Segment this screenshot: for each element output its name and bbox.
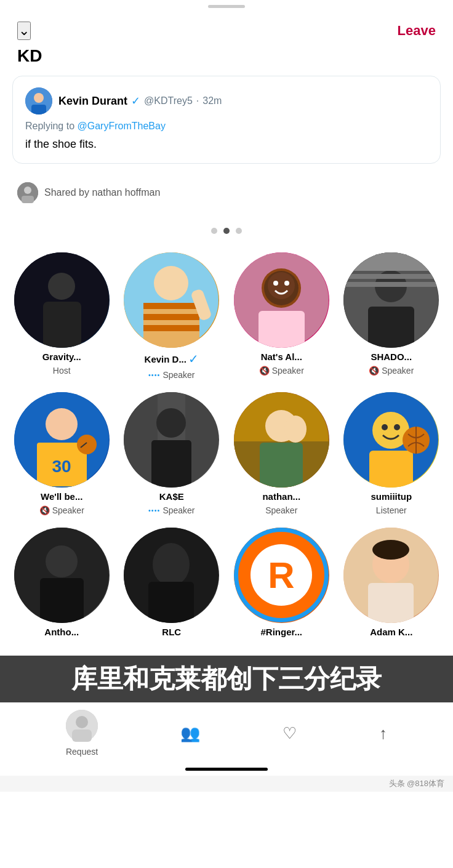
speaker-role-shado: 🔇 Speaker [369, 366, 414, 376]
tweet-card: Kevin Durant ✓ @KDTrey5 · 32m Replying t… [12, 76, 441, 164]
cloud-badge-antho: ☁ [94, 612, 110, 623]
svg-point-21 [273, 281, 278, 286]
leave-button[interactable]: Leave [398, 23, 436, 39]
svg-rect-58 [148, 582, 194, 623]
svg-rect-55 [40, 578, 84, 623]
speaker-avatar-ringer: R ☁ [234, 528, 329, 623]
svg-rect-44 [260, 443, 303, 488]
speaker-name-nats: Nat's Al... [261, 352, 302, 362]
speaker-role-nathan: Speaker [265, 505, 297, 515]
svg-point-49 [394, 424, 400, 430]
heart-button[interactable]: ♡ [283, 724, 297, 743]
heart-icon: ♡ [283, 724, 297, 743]
svg-rect-27 [343, 252, 439, 271]
action-bar: Request 👥 ♡ ↑ [0, 702, 453, 764]
tweet-user-avatar [25, 87, 52, 115]
top-bar: ⌄ Leave [0, 10, 453, 46]
muted-icon-shado: 🔇 [369, 366, 379, 376]
speaker-antho[interactable]: ☁ Antho... [10, 528, 114, 637]
speaker-kase[interactable]: KA$E •••• Speaker [120, 392, 224, 515]
speaker-name-rlc: RLC [162, 627, 181, 637]
dot-1 [211, 228, 217, 234]
speaker-role-kase: •••• Speaker [148, 505, 195, 515]
svg-point-45 [284, 416, 307, 443]
speaker-name-nathan: nathan... [262, 491, 300, 502]
room-title: KD [0, 46, 453, 76]
speaker-ringer[interactable]: R ☁ #Ringer... [230, 528, 334, 637]
tweet-user-info: Kevin Durant ✓ @KDTrey5 · 32m [58, 94, 222, 108]
speaker-wellbe[interactable]: 30 We'll be... 🔇 Speaker [10, 392, 114, 515]
speaker-avatar-sumiii [343, 392, 439, 488]
speaker-role-sumiii: Listener [376, 505, 407, 515]
tweet-header: Kevin Durant ✓ @KDTrey5 · 32m [25, 87, 428, 115]
speaker-role-gravity: Host [53, 366, 71, 376]
kevin-name-row: Kevin D... ✓ [145, 352, 199, 366]
share-button[interactable]: ↑ [379, 724, 387, 743]
speaker-name-gravity: Gravity... [42, 352, 81, 362]
shared-by-section: Shared by nathan hoffman [0, 176, 453, 215]
svg-point-48 [382, 424, 388, 430]
people-icon: 👥 [180, 724, 200, 743]
speaker-role-wellbe: 🔇 Speaker [39, 505, 84, 515]
svg-rect-26 [368, 307, 414, 348]
tweet-time-value: 32m [202, 95, 222, 106]
tweet-text: if the shoe fits. [25, 137, 428, 152]
speaker-avatar-kase [124, 392, 219, 488]
speaker-role-kevin: •••• Speaker [148, 370, 195, 380]
mic-icon-kevin: •••• [148, 371, 160, 379]
speaker-kevin[interactable]: Kevin D... ✓ •••• Speaker [120, 252, 224, 380]
speaker-name-shado: SHADO... [371, 352, 412, 362]
request-avatar [66, 710, 98, 742]
svg-text:30: 30 [52, 457, 71, 476]
svg-point-4 [24, 187, 31, 194]
speakers-grid: Gravity... Host Kevin D... ✓ •••• Speak [0, 252, 453, 649]
dot-2 [223, 228, 230, 234]
svg-point-35 [77, 435, 97, 454]
tweet-handle: @KDTrey5 [144, 95, 193, 106]
speaker-nathan[interactable]: nathan... Speaker [230, 392, 334, 515]
bottom-bar: 库里和克莱都创下三分纪录 Request 👥 ♡ ↑ 头条 @818体育 [0, 656, 453, 804]
svg-rect-40 [151, 440, 191, 488]
speaker-name-ringer: #Ringer... [260, 627, 302, 637]
speaker-nats[interactable]: Nat's Al... 🔇 Speaker [230, 252, 334, 380]
verified-badge: ✓ [131, 94, 140, 108]
speaker-sumiii[interactable]: sumiiitup Listener [340, 392, 444, 515]
home-indicator [185, 768, 268, 771]
speaker-shado[interactable]: SHADO... 🔇 Speaker [340, 252, 444, 380]
request-button[interactable]: Request [66, 710, 98, 757]
muted-icon-nats: 🔇 [259, 366, 270, 376]
speaker-adam[interactable]: ☁ Adam K... [340, 528, 444, 637]
chevron-down-button[interactable]: ⌄ [17, 22, 31, 40]
svg-rect-5 [22, 196, 34, 203]
speaker-name-adam: Adam K... [370, 627, 412, 637]
speaker-avatar-kevin [124, 252, 219, 348]
shared-by-text: Shared by nathan hoffman [44, 187, 160, 198]
tweet-reply-line: Replying to @GaryFromTheBay [25, 121, 428, 132]
dot-3 [236, 228, 242, 234]
svg-rect-29 [343, 282, 439, 287]
svg-point-68 [76, 716, 88, 728]
svg-rect-14 [143, 314, 199, 320]
svg-rect-9 [43, 302, 81, 348]
speaker-name-kase: KA$E [159, 491, 184, 502]
kevin-verified: ✓ [188, 352, 199, 366]
speaker-gravity[interactable]: Gravity... Host [10, 252, 114, 380]
speaker-rlc[interactable]: ☁ RLC [120, 528, 224, 637]
share-icon: ↑ [379, 724, 387, 743]
cloud-badge-adam: ☁ [423, 612, 439, 623]
people-button[interactable]: 👥 [180, 724, 200, 743]
svg-point-39 [156, 408, 186, 438]
svg-point-11 [154, 266, 188, 300]
muted-icon-wellbe: 🔇 [39, 505, 50, 515]
speaker-name-wellbe: We'll be... [41, 491, 82, 502]
tweet-reply-user[interactable]: @GaryFromTheBay [78, 121, 166, 131]
speaker-avatar-nats [234, 252, 329, 348]
tweet-time: · [196, 95, 199, 106]
page-indicators [0, 228, 453, 234]
speaker-name-kevin: Kevin D... [145, 354, 186, 364]
speaker-avatar-rlc: ☁ [124, 528, 219, 623]
speaker-avatar-wellbe: 30 [14, 392, 110, 488]
svg-rect-15 [143, 325, 199, 331]
scroll-indicator [208, 5, 245, 8]
svg-point-20 [268, 272, 295, 299]
